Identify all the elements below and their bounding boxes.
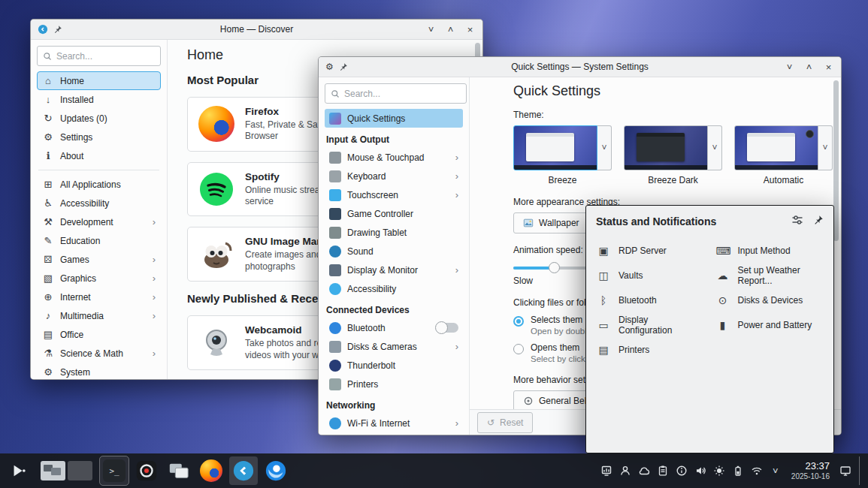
sidebar-item-updates[interactable]: ↻Updates (0) (37, 109, 161, 128)
status-item-printers[interactable]: ▤Printers (591, 337, 710, 362)
weather-tray-icon[interactable] (636, 461, 652, 480)
status-item-vaults[interactable]: ◫Vaults (591, 263, 710, 288)
theme-preview-breeze-dark[interactable] (624, 125, 708, 170)
vaults-icon: ◫ (597, 270, 610, 282)
theme-dropdown-breeze[interactable]: ˅ (597, 125, 612, 170)
status-item-bluetooth[interactable]: ᛒBluetooth (591, 288, 710, 312)
pin-icon[interactable] (813, 215, 824, 227)
settings-app-icon: ⚙ (325, 62, 334, 72)
expand-tray-icon[interactable]: ˅ (767, 461, 784, 480)
wallpaper-button[interactable]: Wallpaper (513, 212, 589, 233)
sidebar-item-accessibility[interactable]: ♿Accessibility (37, 194, 161, 212)
chevron-right-icon: › (455, 152, 458, 163)
chevron-right-icon: › (153, 216, 156, 227)
settings-titlebar[interactable]: Quick Settings — System Settings ⚙ ˅ ˄ × (319, 57, 841, 77)
task-browser[interactable] (262, 456, 290, 485)
task-media-player[interactable] (132, 456, 161, 485)
status-item-rdp-server[interactable]: ▣RDP Server (591, 238, 710, 263)
settings-nav-thunderbolt[interactable]: Thunderbolt (325, 356, 463, 375)
settings-nav-disks-cameras[interactable]: Disks & Cameras› (325, 337, 463, 356)
minimize-button[interactable]: ˅ (425, 25, 437, 35)
settings-nav-online-accounts[interactable]: Online Accounts (325, 432, 463, 435)
clipboard-tray-icon[interactable] (655, 461, 671, 480)
sidebar-item-settings[interactable]: ⚙Settings (37, 128, 161, 146)
settings-nav-touchscreen[interactable]: Touchscreen› (325, 185, 463, 204)
sidebar-item-about[interactable]: ℹAbout (37, 146, 161, 165)
brightness-tray-icon[interactable] (711, 461, 727, 480)
status-items-grid: ▣RDP Server ⌨Input Method ◫Vaults ☁Set u… (586, 235, 833, 365)
slider-handle[interactable] (549, 262, 560, 273)
settings-nav-mouse-touchpad[interactable]: Mouse & Touchpad› (325, 148, 463, 167)
settings-nav-drawing-tablet[interactable]: Drawing Tablet (325, 223, 463, 242)
settings-nav-bluetooth[interactable]: Bluetooth (325, 318, 463, 337)
settings-search[interactable] (325, 83, 467, 104)
sidebar-item-multimedia[interactable]: ♪Multimedia› (37, 306, 161, 325)
system-monitor-tray-icon[interactable] (598, 461, 615, 480)
settings-nav-accessibility[interactable]: Accessibility (325, 279, 463, 298)
task-firefox[interactable] (197, 456, 225, 485)
task-discover[interactable] (229, 456, 258, 485)
radio-button-selected[interactable] (513, 316, 524, 327)
status-item-display-configuration[interactable]: ▭Display Configuration (591, 312, 710, 337)
discover-titlebar[interactable]: Home — Discover ˅ ˄ × (31, 20, 482, 40)
sidebar-item-games[interactable]: ⚄Games› (37, 250, 161, 269)
close-button[interactable]: × (823, 62, 834, 72)
sidebar-item-system[interactable]: ⚙System (37, 363, 161, 379)
settings-scrollbar[interactable] (833, 80, 839, 241)
show-desktop-button[interactable] (859, 456, 863, 485)
theme-preview-breeze[interactable] (513, 125, 597, 170)
pin-icon[interactable] (53, 25, 62, 34)
display-configuration-icon: ▭ (597, 319, 610, 331)
maximize-button[interactable]: ˄ (803, 62, 815, 72)
pin-icon[interactable] (339, 62, 348, 71)
discover-search-input[interactable] (56, 51, 155, 62)
settings-nav-game-controller[interactable]: Game Controller (325, 204, 463, 223)
minimize-button[interactable]: ˅ (784, 62, 795, 72)
settings-search-input[interactable] (344, 89, 461, 99)
sidebar-item-installed[interactable]: ↓Installed (37, 90, 161, 109)
maximize-button[interactable]: ˄ (445, 25, 456, 35)
display-tray-icon[interactable] (837, 461, 854, 480)
volume-tray-icon[interactable] (692, 461, 709, 480)
settings-nav-printers[interactable]: Printers (325, 375, 463, 393)
settings-nav-sound[interactable]: Sound (325, 242, 463, 261)
sidebar-item-all-applications[interactable]: ⊞All Applications (37, 175, 161, 194)
network-tray-icon[interactable] (749, 461, 765, 480)
settings-nav-quick-settings[interactable]: Quick Settings (325, 109, 463, 128)
reset-button[interactable]: ↺ Reset (477, 412, 533, 433)
status-item-disks-devices[interactable]: ⊙Disks & Devices (710, 288, 830, 312)
pager-desktop-1[interactable] (41, 461, 65, 480)
theme-preview-automatic[interactable] (734, 125, 818, 170)
status-item-weather[interactable]: ☁Set up Weather Report... (710, 263, 830, 288)
sidebar-item-graphics[interactable]: ▧Graphics› (37, 269, 161, 288)
theme-dropdown-breeze-dark[interactable]: ˅ (708, 125, 722, 170)
status-notifications-popup: Status and Notifications ▣RDP Server ⌨In… (585, 205, 834, 453)
settings-nav-keyboard[interactable]: Keyboard› (325, 167, 463, 185)
pager-desktop-2[interactable] (68, 461, 92, 480)
sidebar-item-office[interactable]: ▤Office (37, 325, 161, 344)
discover-search[interactable] (37, 46, 161, 66)
digital-clock[interactable]: 23:37 2025-10-16 (791, 460, 830, 481)
task-terminal[interactable]: >_ (100, 456, 129, 485)
user-tray-icon[interactable] (617, 461, 634, 480)
windows-icon (168, 459, 190, 482)
app-launcher-button[interactable] (5, 456, 33, 485)
sidebar-item-development[interactable]: ⚒Development› (37, 212, 161, 231)
sidebar-item-internet[interactable]: ⊕Internet› (37, 288, 161, 306)
info-tray-icon[interactable] (673, 461, 690, 480)
sidebar-item-education[interactable]: ✎Education (37, 231, 161, 250)
webcamoid-app-icon (198, 325, 234, 361)
theme-dropdown-automatic[interactable]: ˅ (818, 125, 833, 170)
close-button[interactable]: × (464, 25, 476, 35)
sidebar-item-home[interactable]: ⌂Home (37, 71, 161, 90)
configure-icon[interactable] (791, 214, 803, 228)
settings-nav-display-monitor[interactable]: Display & Monitor› (325, 261, 463, 279)
bluetooth-toggle[interactable] (436, 323, 458, 333)
sidebar-item-science-math[interactable]: ⚗Science & Math› (37, 344, 161, 363)
status-item-power-battery[interactable]: ▮Power and Battery (710, 312, 830, 337)
settings-nav-wifi-internet[interactable]: Wi-Fi & Internet› (325, 414, 463, 432)
battery-tray-icon[interactable] (730, 461, 746, 480)
task-file-manager[interactable] (165, 456, 193, 485)
radio-button-unselected[interactable] (513, 344, 524, 354)
status-item-input-method[interactable]: ⌨Input Method (710, 238, 830, 263)
